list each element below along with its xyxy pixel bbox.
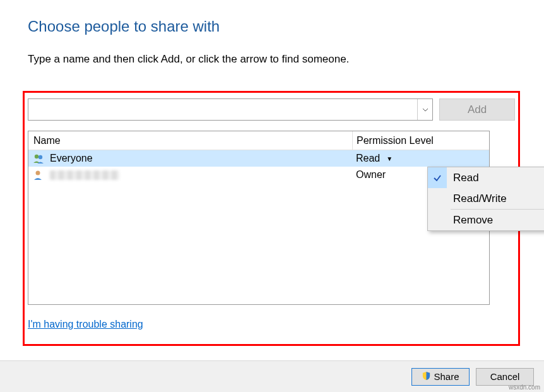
check-placeholder <box>428 188 447 209</box>
menu-item-readwrite[interactable]: Read/Write <box>428 188 544 209</box>
cancel-button[interactable]: Cancel <box>476 368 534 386</box>
table-header: Name Permission Level <box>28 131 489 150</box>
check-placeholder <box>428 210 447 230</box>
menu-item-label: Read <box>447 172 544 184</box>
svg-point-0 <box>35 155 38 158</box>
shield-icon <box>422 371 431 383</box>
dialog-footer: Share Cancel <box>0 360 544 392</box>
share-button[interactable]: Share <box>411 368 470 386</box>
share-button-label: Share <box>434 371 459 382</box>
name-input[interactable] <box>28 99 417 120</box>
group-icon <box>32 153 46 164</box>
row-name-label-redacted <box>50 170 119 180</box>
table-row[interactable]: Everyone Read ▼ <box>28 150 489 167</box>
menu-item-label: Read/Write <box>447 193 544 205</box>
menu-item-read[interactable]: Read <box>428 167 544 188</box>
column-header-permission[interactable]: Permission Level <box>352 131 489 150</box>
permission-value: Read <box>356 153 380 164</box>
chevron-down-icon <box>422 106 429 114</box>
menu-item-remove[interactable]: Remove <box>428 210 544 230</box>
user-icon <box>32 169 46 181</box>
table-row[interactable]: Owner <box>28 167 489 183</box>
watermark: wsxdn.com <box>509 384 540 391</box>
permission-menu: Read Read/Write Remove <box>427 167 544 231</box>
user-list-table: Name Permission Level Everyone Read ▼ <box>28 131 490 305</box>
column-header-name[interactable]: Name <box>28 135 352 146</box>
add-button[interactable]: Add <box>439 98 515 121</box>
trouble-sharing-link[interactable]: I'm having trouble sharing <box>28 319 143 330</box>
permission-dropdown[interactable]: Read ▼ <box>352 153 489 164</box>
dialog-title: Choose people to share with <box>28 18 519 35</box>
row-name-label: Everyone <box>50 153 93 164</box>
chevron-down-icon: ▼ <box>386 155 393 162</box>
svg-point-1 <box>38 155 42 159</box>
dialog-subtitle: Type a name and then click Add, or click… <box>28 53 519 66</box>
combo-dropdown-arrow[interactable] <box>417 99 432 120</box>
check-icon <box>428 167 447 188</box>
svg-point-2 <box>36 171 40 175</box>
menu-item-label: Remove <box>447 214 544 227</box>
name-combobox[interactable] <box>28 98 433 121</box>
